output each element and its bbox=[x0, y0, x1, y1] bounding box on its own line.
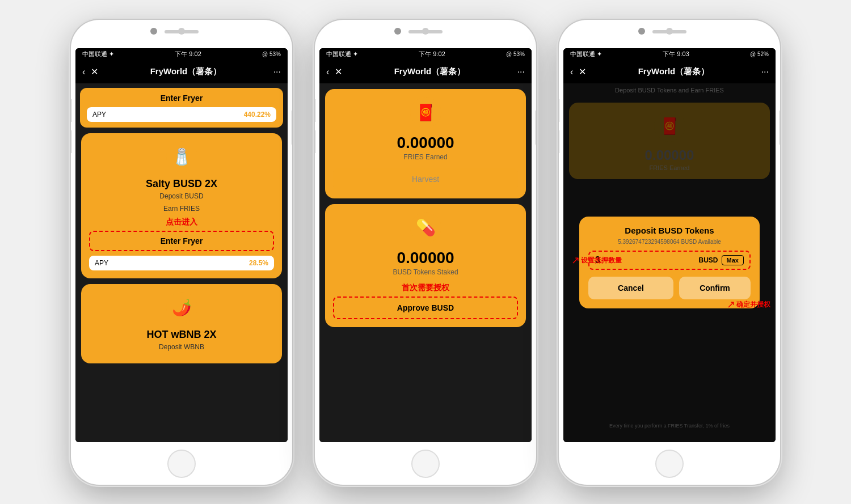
carrier-2: 中国联通 ✦ bbox=[326, 50, 358, 58]
enter-fryer-btn-1[interactable]: Enter Fryer bbox=[89, 231, 274, 251]
vol-down-2 bbox=[315, 130, 315, 153]
modal-buttons: Cancel Confirm ↗ 确定并授权 bbox=[588, 277, 751, 299]
nav-bar-3: ‹ ✕ FryWorld（薯条） ··· bbox=[563, 61, 776, 83]
status-bar-3: 中国联通 ✦ 下午 9:03 @ 52% bbox=[563, 48, 776, 61]
home-button-1[interactable] bbox=[167, 450, 196, 478]
close-icon-3[interactable]: ✕ bbox=[579, 66, 586, 77]
more-icon-2[interactable]: ··· bbox=[517, 67, 525, 77]
status-left-3: 中国联通 ✦ bbox=[570, 50, 602, 58]
fries-label: FRIES Earned bbox=[333, 153, 518, 161]
nav-title-3: FryWorld（薯条） bbox=[638, 66, 710, 77]
salty-title: Salty BUSD 2X bbox=[89, 178, 274, 190]
modal-title: Deposit BUSD Tokens bbox=[588, 226, 751, 235]
battery-3: @ 52% bbox=[750, 51, 769, 57]
camera-1 bbox=[150, 28, 157, 35]
fries-emoji: 🧧 bbox=[416, 103, 436, 122]
busd-icon: 💊 bbox=[410, 212, 441, 243]
more-icon-3[interactable]: ··· bbox=[761, 67, 769, 77]
nav-bar-1: ‹ ✕ FryWorld（薯条） ··· bbox=[75, 61, 288, 83]
screen-content-1: Enter Fryer APY 440.22% 🧂 Salty BUSD 2X … bbox=[75, 83, 288, 442]
battery-1: @ 53% bbox=[262, 51, 281, 57]
salty-busd-card: 🧂 Salty BUSD 2X Deposit BUSD Earn FRIES … bbox=[81, 133, 282, 278]
confirm-button[interactable]: Confirm bbox=[679, 277, 751, 299]
vol-down-3 bbox=[559, 130, 559, 153]
max-button[interactable]: Max bbox=[722, 255, 744, 265]
screen-content-2: 🧧 0.00000 FRIES Earned Harvest 💊 0.00000… bbox=[319, 83, 532, 442]
phone-2: 中国联通 ✦ 下午 9:02 @ 53% ‹ ✕ FryWorld（薯条） ··… bbox=[315, 20, 536, 485]
status-bar-1: 中国联通 ✦ 下午 9:02 @ 53% bbox=[75, 48, 288, 61]
more-icon-1[interactable]: ··· bbox=[273, 67, 281, 77]
status-time-2: 下午 9:02 bbox=[419, 50, 445, 58]
status-right-2: @ 53% bbox=[506, 51, 525, 57]
hot-wbnb-card: 🌶️ HOT wBNB 2X Deposit WBNB bbox=[81, 284, 282, 363]
modal-available: 5.392674723294598064 BUSD Available bbox=[588, 239, 751, 245]
fries-icon: 🧧 bbox=[410, 97, 441, 128]
side-button-3 bbox=[780, 111, 780, 145]
phone-2-screen: 中国联通 ✦ 下午 9:02 @ 53% ‹ ✕ FryWorld（薯条） ··… bbox=[319, 48, 532, 442]
busd-red-label: 首次需要授权 bbox=[333, 283, 518, 293]
harvest-btn[interactable]: Harvest bbox=[333, 168, 518, 190]
back-icon-3[interactable]: ‹ bbox=[570, 67, 573, 77]
status-bar-2: 中国联通 ✦ 下午 9:02 @ 53% bbox=[319, 48, 532, 61]
vol-up-2 bbox=[315, 99, 315, 122]
nav-title-1: FryWorld（薯条） bbox=[150, 66, 222, 77]
side-button-1 bbox=[292, 111, 292, 145]
vol-down-1 bbox=[71, 130, 71, 153]
close-icon-1[interactable]: ✕ bbox=[91, 66, 98, 77]
camera-2 bbox=[394, 28, 401, 35]
modal-overlay: Deposit BUSD Tokens 5.392674723294598064… bbox=[563, 83, 776, 442]
home-button-2[interactable] bbox=[411, 450, 440, 478]
apy-label-salty: APY bbox=[95, 259, 108, 267]
carrier-1: 中国联通 ✦ bbox=[82, 50, 114, 58]
top-card-1: Enter Fryer APY 440.22% bbox=[80, 88, 283, 128]
battery-2: @ 53% bbox=[506, 51, 525, 57]
salty-icon: 🧂 bbox=[166, 141, 197, 172]
busd-emoji: 💊 bbox=[416, 218, 436, 237]
salty-sub2: Earn FRIES bbox=[89, 205, 274, 213]
apy-value-salty: 28.5% bbox=[249, 259, 268, 267]
vol-up-1 bbox=[71, 99, 71, 122]
status-right-3: @ 52% bbox=[750, 51, 769, 57]
hot-icon: 🌶️ bbox=[166, 292, 197, 323]
cancel-button[interactable]: Cancel bbox=[588, 277, 673, 299]
speaker-1 bbox=[165, 30, 199, 33]
close-icon-2[interactable]: ✕ bbox=[335, 66, 342, 77]
nav-left-3: ‹ ✕ bbox=[570, 66, 586, 77]
nav-title-2: FryWorld（薯条） bbox=[394, 66, 466, 77]
home-button-3[interactable] bbox=[655, 450, 684, 478]
status-left-1: 中国联通 ✦ bbox=[82, 50, 114, 58]
deposit-modal: Deposit BUSD Tokens 5.392674723294598064… bbox=[579, 217, 760, 308]
apy-row-salty: APY 28.5% bbox=[89, 256, 274, 270]
fries-earned-card: 🧧 0.00000 FRIES Earned Harvest bbox=[325, 89, 526, 198]
set-amount-label: 设置抵押数量 bbox=[581, 256, 622, 265]
camera-3 bbox=[638, 28, 645, 35]
phone-3: 中国联通 ✦ 下午 9:03 @ 52% ‹ ✕ FryWorld（薯条） ··… bbox=[559, 20, 780, 485]
status-right-1: @ 53% bbox=[262, 51, 281, 57]
carrier-3: 中国联通 ✦ bbox=[570, 50, 602, 58]
status-time-1: 下午 9:02 bbox=[175, 50, 201, 58]
status-left-2: 中国联通 ✦ bbox=[326, 50, 358, 58]
speaker-2 bbox=[408, 30, 443, 33]
phone-3-screen: 中国联通 ✦ 下午 9:03 @ 52% ‹ ✕ FryWorld（薯条） ··… bbox=[563, 48, 776, 442]
speaker-3 bbox=[652, 30, 686, 33]
approve-busd-btn[interactable]: Approve BUSD bbox=[333, 297, 518, 319]
salty-emoji: 🧂 bbox=[172, 147, 192, 166]
apy-value-top-1: 440.22% bbox=[244, 111, 271, 118]
modal-currency-label: BUSD bbox=[699, 256, 718, 264]
busd-amount: 0.00000 bbox=[333, 249, 518, 267]
apy-label-top-1: APY bbox=[92, 111, 106, 118]
screen-content-3: Deposit BUSD Tokens and Earn FRIES 🧧 0.0… bbox=[563, 83, 776, 442]
busd-label: BUSD Tokens Staked bbox=[333, 268, 518, 276]
nav-left-2: ‹ ✕ bbox=[326, 66, 342, 77]
salty-red-label: 点击进入 bbox=[89, 217, 274, 227]
apy-row-top-1: APY 440.22% bbox=[87, 107, 276, 122]
phones-container: 中国联通 ✦ 下午 9:02 @ 53% ‹ ✕ FryWorld（薯条） ··… bbox=[60, 9, 791, 496]
fries-amount: 0.00000 bbox=[333, 134, 518, 152]
nav-bar-2: ‹ ✕ FryWorld（薯条） ··· bbox=[319, 61, 532, 83]
salty-sub1: Deposit BUSD bbox=[89, 192, 274, 200]
vol-up-3 bbox=[559, 99, 559, 122]
hot-emoji: 🌶️ bbox=[172, 298, 192, 317]
back-icon-1[interactable]: ‹ bbox=[82, 67, 85, 77]
back-icon-2[interactable]: ‹ bbox=[326, 67, 329, 77]
status-time-3: 下午 9:03 bbox=[663, 50, 689, 58]
